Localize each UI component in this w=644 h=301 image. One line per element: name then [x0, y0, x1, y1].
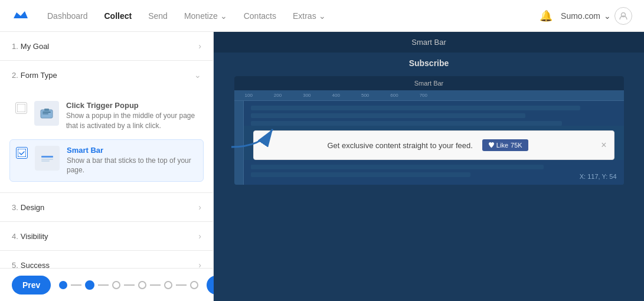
sidebar-item-design[interactable]: 3.Design ›: [0, 193, 213, 222]
nav-collect[interactable]: Collect: [104, 11, 132, 21]
form-option-click-trigger[interactable]: Click Trigger Popup Show a popup in the …: [9, 95, 204, 137]
account-menu[interactable]: Sumo.com ⌄: [561, 7, 632, 25]
progress-dot-6[interactable]: [190, 281, 198, 289]
chevron-right-icon: ›: [198, 260, 201, 268]
progress-line-4: [150, 284, 161, 286]
progress-line-5: [176, 284, 187, 286]
avatar: [614, 7, 632, 25]
chevron-right-icon: ›: [198, 41, 201, 51]
sidebar-item-success[interactable]: 5.Success ›: [0, 251, 213, 268]
sidebar-item-form-type: 2.Form Type ⌄: [0, 61, 213, 193]
sidebar-item-visibility[interactable]: 4.Visibility ›: [0, 222, 213, 251]
content-row: [251, 165, 544, 169]
progress-dot-1[interactable]: [59, 281, 67, 289]
nav-dashboard[interactable]: Dashboard: [47, 11, 88, 21]
progress-dot-5[interactable]: [164, 281, 172, 289]
ruler-horizontal: 100 200 300 400 500 600 700: [234, 90, 624, 101]
chevron-down-icon: ⌄: [194, 70, 201, 80]
checkbox-click-trigger[interactable]: [15, 102, 27, 114]
progress-dot-3[interactable]: [112, 281, 120, 289]
header-right: 🔔 Sumo.com ⌄: [540, 7, 632, 25]
content-row: [251, 121, 562, 126]
prev-button[interactable]: Prev: [12, 276, 51, 295]
form-option-smart-bar[interactable]: Smart Bar Show a bar that sticks to the …: [9, 139, 204, 182]
chevron-right-icon: ›: [198, 202, 201, 212]
svg-rect-1: [17, 104, 25, 112]
preview-subtitle: Subscribe: [214, 53, 644, 76]
bell-icon[interactable]: 🔔: [540, 9, 553, 22]
nav-contacts[interactable]: Contacts: [244, 11, 276, 21]
svg-rect-8: [41, 159, 53, 160]
popup-close-icon[interactable]: ×: [601, 140, 606, 150]
popup-icon: [34, 101, 59, 126]
coordinates-display: X: 117, Y: 54: [580, 173, 617, 180]
progress-line-1: [71, 284, 81, 286]
preview-title: Smart Bar: [214, 32, 644, 53]
content-rows-top: [244, 101, 624, 126]
smart-bar-window: Smart Bar 100 200 300 400 500 600 700: [234, 76, 624, 185]
content-row: [251, 113, 525, 118]
content-rows-bottom: [244, 160, 624, 185]
progress-dot-2[interactable]: [85, 280, 94, 290]
svg-rect-7: [41, 156, 53, 158]
svg-rect-6: [18, 149, 26, 157]
nav-send[interactable]: Send: [148, 11, 168, 21]
form-options: Click Trigger Popup Show a popup in the …: [0, 89, 213, 192]
chevron-down-icon: ⌄: [604, 11, 611, 21]
window-body: Get exclusive content straight to your f…: [234, 101, 624, 185]
window-main: Get exclusive content straight to your f…: [244, 101, 624, 185]
svg-rect-9: [41, 161, 50, 162]
nav-monetize[interactable]: Monetize ⌄: [184, 11, 227, 21]
chevron-down-icon: ⌄: [220, 11, 227, 21]
sidebar-item-my-goal[interactable]: 1.My Goal ›: [0, 32, 213, 61]
form-option-text-smart-bar: Smart Bar Show a bar that sticks to the …: [67, 146, 197, 176]
progress-line-2: [98, 284, 109, 286]
progress-dot-4[interactable]: [138, 281, 146, 289]
progress-dots: [59, 280, 198, 290]
checkbox-smart-bar[interactable]: [16, 147, 28, 159]
like-button[interactable]: Like 75K: [482, 139, 528, 151]
form-option-text-click-trigger: Click Trigger Popup Show a popup in the …: [66, 101, 198, 131]
logo: [12, 8, 30, 24]
sidebar-items: 1.My Goal › 2.Form Type ⌄: [0, 32, 213, 268]
chevron-right-icon: ›: [198, 231, 201, 241]
main-layout: 1.My Goal › 2.Form Type ⌄: [0, 32, 644, 301]
nav-extras[interactable]: Extras ⌄: [293, 11, 326, 21]
bottom-bar: Prev Next Cancel Save D: [0, 268, 213, 301]
smart-bar-icon: [35, 146, 60, 171]
form-type-header[interactable]: 2.Form Type ⌄: [0, 61, 213, 89]
preview-pane: Smart Bar Subscribe Smart Bar: [214, 32, 644, 301]
header: Dashboard Collect Send Monetize ⌄ Contac…: [0, 0, 644, 32]
popup-text: Get exclusive content straight to your f…: [327, 141, 472, 150]
arrow-indicator: [225, 117, 279, 155]
content-row: [251, 172, 470, 177]
chevron-down-icon: ⌄: [319, 11, 326, 21]
main-nav: Dashboard Collect Send Monetize ⌄ Contac…: [47, 11, 540, 21]
sidebar: 1.My Goal › 2.Form Type ⌄: [0, 32, 214, 301]
smart-bar-window-title: Smart Bar: [234, 76, 624, 90]
svg-rect-3: [43, 112, 51, 113]
svg-rect-4: [43, 113, 48, 114]
preview-content: Smart Bar 100 200 300 400 500 600 700: [214, 76, 644, 301]
smart-bar-popup: Get exclusive content straight to your f…: [253, 130, 614, 160]
content-row: [251, 106, 580, 110]
progress-line-3: [124, 284, 135, 286]
svg-rect-5: [44, 109, 49, 111]
